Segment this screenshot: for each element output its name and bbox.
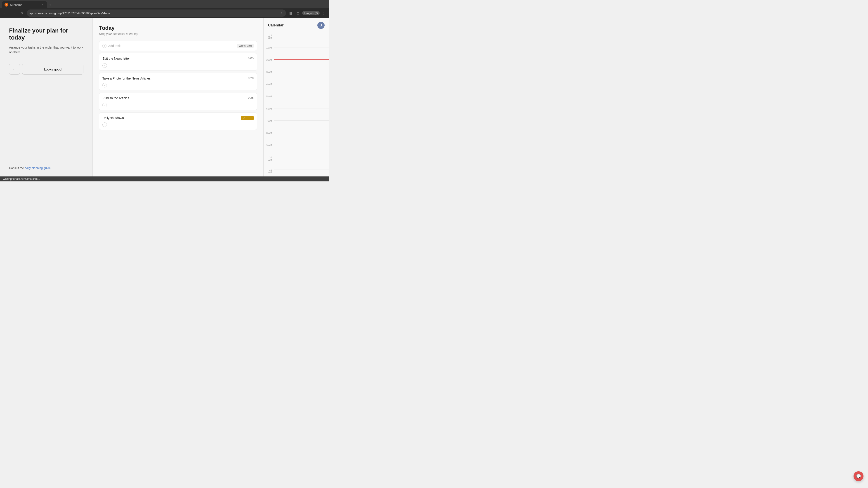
time-slot: 12 AM <box>264 34 329 46</box>
time-slot: 3 AM <box>264 70 329 83</box>
calendar-panel: Calendar J ⊕ 12 AM 1 AM 2 AM <box>264 18 329 176</box>
task-header: Edit the News letter 0:05 <box>102 57 254 61</box>
status-bar: Waiting for api.sunsama.com... <box>0 176 329 182</box>
address-bar[interactable]: app.sunsama.com/group/17031827644696380/… <box>27 9 286 17</box>
time-label: 7 AM <box>264 119 274 122</box>
time-label: 2 AM <box>264 58 274 61</box>
status-message: Waiting for api.sunsama.com... <box>3 177 40 181</box>
time-label: 1 AM <box>264 46 274 49</box>
time-label: 11 AM <box>264 168 274 174</box>
task-card[interactable]: Publish the Articles 0:25 ✓ <box>99 93 257 110</box>
shutdown-badge: ⚠ — — <box>241 116 254 120</box>
left-footer: Consult the daily planning guide <box>9 166 84 170</box>
time-label: 6 AM <box>264 107 274 110</box>
task-title: Edit the News letter <box>102 57 245 61</box>
time-line <box>274 84 329 84</box>
forward-nav-button[interactable]: → <box>10 10 17 16</box>
time-slot: 2 AM <box>264 58 329 70</box>
time-slot: 8 AM <box>264 131 329 143</box>
user-avatar[interactable]: J <box>317 22 324 29</box>
time-slot: 9 AM <box>264 143 329 156</box>
time-line <box>274 145 329 145</box>
reload-button[interactable]: ↻ <box>19 10 25 16</box>
time-label: 5 AM <box>264 95 274 98</box>
task-header: Publish the Articles 0:25 <box>102 96 254 101</box>
time-line <box>274 47 329 47</box>
task-complete-checkbox[interactable]: ✓ <box>102 103 107 107</box>
add-task-label: Add task <box>108 44 121 48</box>
time-label: 9 AM <box>264 143 274 147</box>
incognito-badge[interactable]: Incognito (2) <box>302 11 320 15</box>
calendar-title: Calendar <box>268 23 283 27</box>
task-complete-checkbox[interactable]: ✓ <box>102 83 107 88</box>
time-slot: 10 AM <box>264 156 329 168</box>
page-subtitle: Arrange your tasks in the order that you… <box>9 45 84 55</box>
daily-planning-guide-link[interactable]: daily planning guide <box>25 166 51 170</box>
sidebar-toggle-icon[interactable]: ◻ <box>295 10 301 16</box>
time-line <box>274 108 329 108</box>
time-slot: 11 AM <box>264 168 329 176</box>
time-slot: 4 AM <box>264 83 329 95</box>
task-header: Take a Photo for the News Articles 0:20 <box>102 76 254 81</box>
time-label: 10 AM <box>264 156 274 162</box>
url-display: app.sunsama.com/group/17031827644696380/… <box>29 11 279 15</box>
bookmark-icon[interactable]: ☆ <box>280 11 283 15</box>
task-header: Daily shutdown ⚠ — — <box>102 116 254 121</box>
task-card[interactable]: Edit the News letter 0:05 ✓ <box>99 53 257 71</box>
tab-title: Sunsama <box>10 3 22 6</box>
add-task-row[interactable]: + Add task Work: 0:50 <box>99 41 257 51</box>
calendar-body: ⊕ 12 AM 1 AM 2 AM 3 AM <box>264 32 329 176</box>
task-complete-checkbox[interactable]: ✓ <box>102 123 107 127</box>
time-line <box>274 35 329 35</box>
today-title: Today <box>99 25 257 31</box>
current-time-line <box>274 59 329 60</box>
looks-good-button[interactable]: Looks good <box>22 64 84 74</box>
time-label: 3 AM <box>264 70 274 73</box>
back-button[interactable]: ← <box>9 64 20 74</box>
today-panel: Today Drag your first tasks to the top +… <box>93 18 264 176</box>
time-line <box>274 169 329 169</box>
left-panel: Finalize your plan for today Arrange you… <box>0 18 93 176</box>
task-complete-checkbox[interactable]: ✓ <box>102 63 107 68</box>
task-card[interactable]: Take a Photo for the News Articles 0:20 … <box>99 73 257 91</box>
tab-favicon: S <box>4 3 8 6</box>
browser-right-icons: ▦ ◻ Incognito (2) ⋮ <box>288 10 327 16</box>
work-time-badge: Work: 0:50 <box>237 44 254 48</box>
back-nav-button[interactable]: ← <box>2 10 8 16</box>
task-time: 0:25 <box>248 96 254 99</box>
calendar-header: Calendar J <box>264 18 329 32</box>
tab-close-button[interactable]: × <box>41 3 44 6</box>
left-content: Finalize your plan for today Arrange you… <box>9 27 84 166</box>
action-buttons: ← Looks good <box>9 64 84 74</box>
time-label: 8 AM <box>264 131 274 134</box>
active-tab[interactable]: S Sunsama × <box>2 1 47 8</box>
new-tab-button[interactable]: + <box>47 2 53 8</box>
time-line <box>274 96 329 96</box>
task-time: 0:05 <box>248 57 254 60</box>
task-title: Daily shutdown <box>102 116 239 121</box>
add-task-plus-icon: + <box>102 44 106 48</box>
time-slot: 1 AM <box>264 46 329 58</box>
warning-icon: ⚠ <box>243 117 245 120</box>
calendar-zoom-button[interactable]: ⊕ <box>266 34 272 39</box>
browser-tab-bar: S Sunsama × + <box>0 0 329 8</box>
add-task-left: + Add task <box>102 44 121 48</box>
time-label: 4 AM <box>264 83 274 86</box>
time-slot: 6 AM <box>264 107 329 119</box>
task-time: 0:20 <box>248 76 254 80</box>
time-slots: 12 AM 1 AM 2 AM 3 AM 4 AM <box>264 32 329 176</box>
extensions-icon[interactable]: ▦ <box>288 10 294 16</box>
task-title: Take a Photo for the News Articles <box>102 76 245 81</box>
footer-prefix: Consult the <box>9 166 25 170</box>
browser-addressbar: ← → ↻ app.sunsama.com/group/170318276446… <box>0 8 329 18</box>
menu-icon[interactable]: ⋮ <box>320 10 327 16</box>
shutdown-badge-dashes: — — <box>246 117 252 119</box>
page-title: Finalize your plan for today <box>9 27 84 41</box>
time-line <box>274 157 329 157</box>
time-slot: 5 AM <box>264 95 329 107</box>
today-subtitle: Drag your first tasks to the top <box>99 32 257 35</box>
app-container: Finalize your plan for today Arrange you… <box>0 18 329 176</box>
time-slot: 7 AM <box>264 119 329 131</box>
task-title: Publish the Articles <box>102 96 245 101</box>
task-card[interactable]: Daily shutdown ⚠ — — ✓ <box>99 112 257 130</box>
